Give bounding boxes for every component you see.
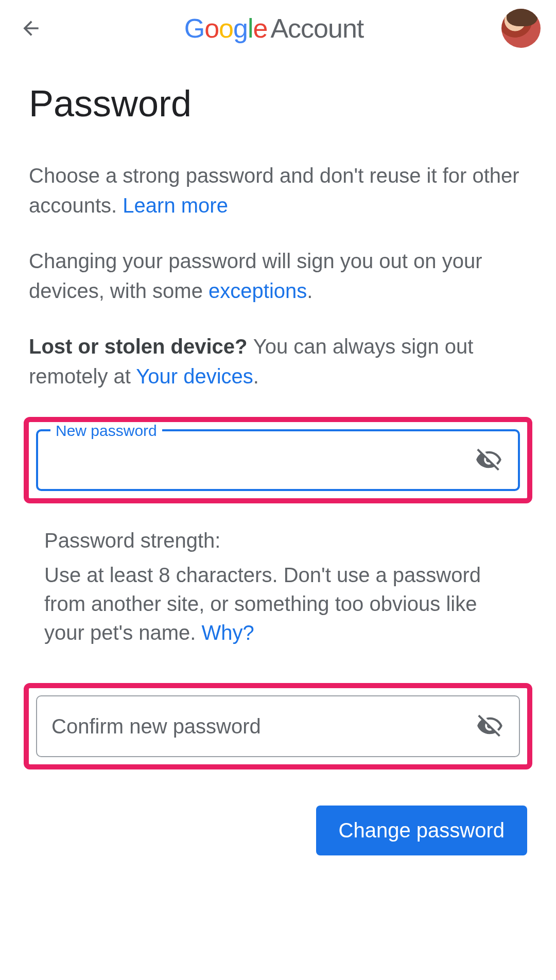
confirm-password-highlight	[24, 683, 532, 769]
password-strength-section: Password strength: Use at least 8 charac…	[29, 524, 527, 668]
your-devices-link[interactable]: Your devices	[136, 365, 253, 388]
desc-text: Choose a strong password and don't reuse…	[29, 164, 519, 217]
eye-off-icon	[477, 713, 503, 740]
new-password-input[interactable]	[53, 449, 475, 472]
arrow-left-icon	[20, 17, 42, 40]
eye-off-icon	[476, 447, 502, 474]
toggle-password-visibility-button[interactable]	[475, 446, 503, 475]
description-lost-device: Lost or stolen device? You can always si…	[29, 331, 527, 391]
new-password-highlight: New password	[24, 417, 532, 503]
why-link[interactable]: Why?	[202, 621, 254, 644]
logo-account-text: Account	[270, 13, 363, 43]
description-primary: Choose a strong password and don't reuse…	[29, 161, 527, 220]
app-header: GoogleAccount	[0, 0, 556, 57]
logo-letter: o	[219, 13, 233, 43]
password-strength-body: Use at least 8 characters. Don't use a p…	[44, 561, 512, 647]
avatar[interactable]	[501, 9, 541, 48]
exceptions-link[interactable]: exceptions	[208, 279, 307, 302]
strength-text: Use at least 8 characters. Don't use a p…	[44, 564, 481, 644]
header-title: GoogleAccount	[46, 13, 501, 44]
new-password-field-box: New password	[36, 429, 520, 491]
new-password-label: New password	[50, 422, 162, 440]
password-strength-title: Password strength:	[44, 529, 512, 552]
confirm-password-input[interactable]	[51, 715, 476, 738]
logo-letter: e	[253, 13, 267, 43]
desc-bold: Lost or stolen device?	[29, 335, 253, 358]
desc-text: .	[307, 279, 312, 302]
toggle-confirm-visibility-button[interactable]	[476, 712, 505, 741]
page-title: Password	[29, 82, 527, 125]
main-content: Password Choose a strong password and do…	[0, 57, 556, 855]
action-row: Change password	[29, 790, 527, 855]
desc-text: .	[253, 365, 259, 388]
back-button[interactable]	[15, 13, 46, 44]
learn-more-link[interactable]: Learn more	[123, 194, 228, 217]
change-password-button[interactable]: Change password	[316, 806, 527, 855]
logo-letter: o	[204, 13, 219, 43]
description-signout: Changing your password will sign you out…	[29, 246, 527, 306]
logo-letter: l	[248, 13, 253, 43]
confirm-password-field-box	[36, 695, 520, 757]
logo-letter: G	[184, 13, 204, 43]
logo-letter: g	[233, 13, 248, 43]
